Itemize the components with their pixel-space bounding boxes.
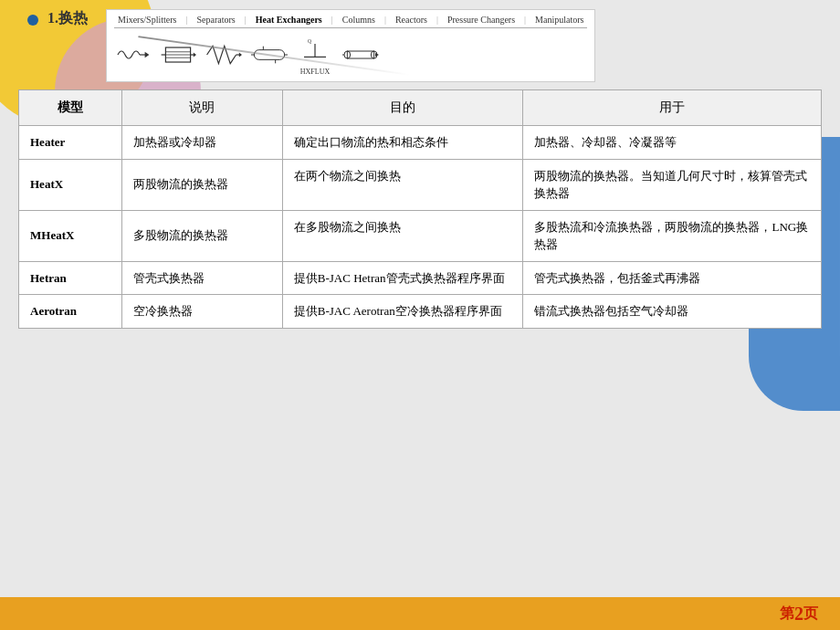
footer-text-prefix: 第	[780, 604, 794, 624]
header-area: 1.换热 Mixers/Splitters | Separators | Hea…	[18, 9, 822, 82]
col-header-use: 用于	[523, 90, 822, 126]
model-heatx: HeatX	[19, 159, 122, 210]
purpose-mheatx: 在多股物流之间换热	[282, 210, 523, 261]
desc-heater: 加热器或冷却器	[122, 126, 283, 160]
footer-page-number: 2	[794, 604, 803, 625]
model-mheatx: MHeatX	[19, 210, 122, 261]
model-aerotran: Aerotran	[19, 295, 122, 329]
mheatx-toolbar-icon[interactable]	[205, 38, 242, 71]
desc-hetran: 管壳式换热器	[122, 261, 283, 295]
heater-toolbar-icon[interactable]	[114, 38, 151, 71]
svg-marker-1	[145, 52, 150, 58]
footer: 第 2 页	[0, 597, 840, 630]
desc-heatx: 两股物流的换热器	[122, 159, 283, 210]
main-content: 1.换热 Mixers/Splitters | Separators | Hea…	[0, 0, 840, 630]
svg-text:Q: Q	[308, 38, 311, 44]
toolbar-icons-row: Q HXFLUX	[114, 32, 587, 78]
tab-columns[interactable]: Columns	[339, 14, 379, 26]
purpose-heatx: 在两个物流之间换热	[282, 159, 523, 210]
purpose-heater: 确定出口物流的热和相态条件	[282, 126, 523, 160]
svg-rect-19	[347, 51, 373, 58]
table-header-row: 模型 说明 目的 用于	[19, 90, 822, 126]
use-mheatx: 多股热流和冷流换热器，两股物流的换热器，LNG换热器	[523, 210, 822, 261]
tab-mixers[interactable]: Mixers/Splitters	[114, 14, 180, 26]
col-header-model: 模型	[19, 90, 122, 126]
main-table: 模型 说明 目的 用于 Heater 加热器或冷却器 确定出口物流的热和相态条件…	[18, 89, 822, 329]
bullet-icon	[27, 15, 38, 26]
header-title: 1.换热	[47, 9, 88, 28]
table-row: Hetran 管壳式换热器 提供B-JAC Hetran管壳式换热器程序界面 管…	[19, 261, 822, 295]
tab-reactors[interactable]: Reactors	[392, 14, 431, 26]
col-header-purpose: 目的	[282, 90, 523, 126]
table-row: MHeatX 多股物流的换热器 在多股物流之间换热 多股热流和冷流换热器，两股物…	[19, 210, 822, 261]
use-aerotran: 错流式换热器包括空气冷却器	[523, 295, 822, 329]
desc-aerotran: 空冷换热器	[122, 295, 283, 329]
hxflux-toolbar-icon[interactable]: Q HXFLUX	[297, 35, 333, 76]
table-row: Aerotran 空冷换热器 提供B-JAC Aerotran空冷换热器程序界面…	[19, 295, 822, 329]
use-heatx: 两股物流的换热器。当知道几何尺寸时，核算管壳式换热器	[523, 159, 822, 210]
desc-mheatx: 多股物流的换热器	[122, 210, 283, 261]
toolbar-container: Mixers/Splitters | Separators | Heat Exc…	[106, 9, 595, 82]
model-hetran: Hetran	[19, 261, 122, 295]
tab-heat-exchangers[interactable]: Heat Exchangers	[252, 14, 326, 26]
purpose-aerotran: 提供B-JAC Aerotran空冷换热器程序界面	[282, 295, 523, 329]
tab-manipulators[interactable]: Manipulators	[531, 14, 587, 26]
tab-pressure-changers[interactable]: Pressure Changers	[444, 14, 519, 26]
toolbar-tabs: Mixers/Splitters | Separators | Heat Exc…	[114, 14, 587, 28]
table-row: HeatX 两股物流的换热器 在两个物流之间换热 两股物流的换热器。当知道几何尺…	[19, 159, 822, 210]
use-heater: 加热器、冷却器、冷凝器等	[523, 126, 822, 160]
col-header-desc: 说明	[122, 90, 283, 126]
model-heater: Heater	[19, 126, 122, 160]
hxflux-label: HXFLUX	[300, 68, 330, 76]
use-hetran: 管壳式换热器，包括釜式再沸器	[523, 261, 822, 295]
svg-marker-10	[239, 53, 242, 58]
main-table-wrapper: 模型 说明 目的 用于 Heater 加热器或冷却器 确定出口物流的热和相态条件…	[18, 89, 822, 329]
purpose-hetran: 提供B-JAC Hetran管壳式换热器程序界面	[282, 261, 523, 295]
footer-text-suffix: 页	[803, 604, 818, 624]
tab-separators[interactable]: Separators	[193, 14, 238, 26]
table-row: Heater 加热器或冷却器 确定出口物流的热和相态条件 加热器、冷却器、冷凝器…	[19, 126, 822, 160]
svg-marker-8	[194, 53, 196, 58]
